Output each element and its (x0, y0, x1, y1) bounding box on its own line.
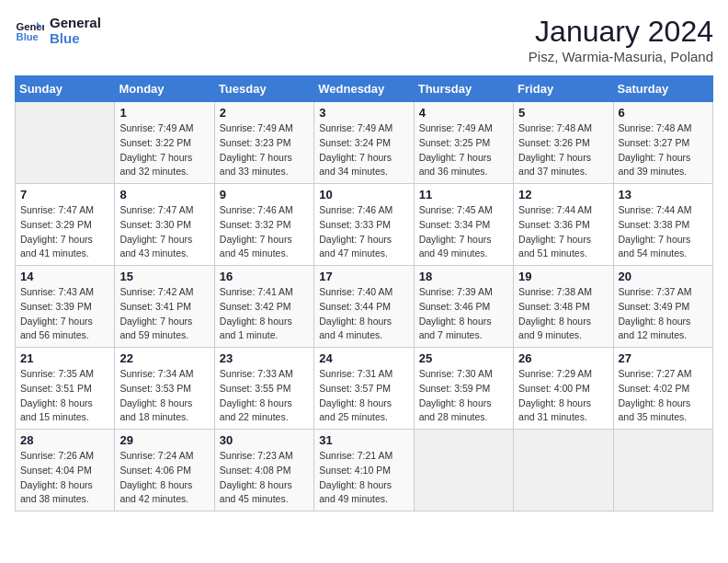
calendar-cell: 17Sunrise: 7:40 AMSunset: 3:44 PMDayligh… (314, 266, 414, 348)
calendar-cell (514, 430, 613, 511)
calendar-cell (613, 430, 712, 511)
day-number: 17 (319, 270, 408, 283)
day-number: 1 (119, 106, 209, 120)
week-row-2: 7Sunrise: 7:47 AMSunset: 3:29 PMDaylight… (16, 184, 713, 266)
day-number: 27 (619, 351, 708, 365)
calendar-cell: 8Sunrise: 7:47 AMSunset: 3:30 PMDaylight… (115, 184, 214, 266)
day-info: Sunrise: 7:46 AMSunset: 3:32 PMDaylight:… (220, 203, 309, 261)
day-info: Sunrise: 7:45 AMSunset: 3:34 PMDaylight:… (419, 203, 508, 261)
day-info: Sunrise: 7:35 AMSunset: 3:51 PMDaylight:… (20, 367, 109, 425)
day-info: Sunrise: 7:49 AMSunset: 3:22 PMDaylight:… (119, 121, 209, 179)
week-row-4: 21Sunrise: 7:35 AMSunset: 3:51 PMDayligh… (16, 348, 713, 430)
calendar-cell: 16Sunrise: 7:41 AMSunset: 3:42 PMDayligh… (214, 266, 313, 348)
calendar-cell: 31Sunrise: 7:21 AMSunset: 4:10 PMDayligh… (314, 430, 414, 511)
calendar-cell: 21Sunrise: 7:35 AMSunset: 3:51 PMDayligh… (16, 348, 115, 430)
day-number: 11 (419, 188, 508, 201)
calendar-cell: 7Sunrise: 7:47 AMSunset: 3:29 PMDaylight… (16, 184, 115, 266)
week-row-3: 14Sunrise: 7:43 AMSunset: 3:39 PMDayligh… (16, 266, 713, 348)
day-info: Sunrise: 7:33 AMSunset: 3:55 PMDaylight:… (220, 367, 309, 425)
day-info: Sunrise: 7:40 AMSunset: 3:44 PMDaylight:… (319, 285, 408, 343)
day-number: 8 (119, 188, 209, 201)
logo-blue: Blue (50, 30, 101, 46)
day-number: 7 (20, 188, 109, 201)
day-number: 24 (319, 351, 408, 365)
weekday-header-wednesday: Wednesday (314, 76, 414, 102)
weekday-header-saturday: Saturday (613, 76, 712, 102)
day-info: Sunrise: 7:23 AMSunset: 4:08 PMDaylight:… (220, 449, 309, 507)
calendar-cell (16, 102, 115, 184)
day-number: 25 (419, 351, 508, 365)
day-number: 2 (220, 106, 309, 120)
day-info: Sunrise: 7:46 AMSunset: 3:33 PMDaylight:… (319, 203, 408, 261)
title-block: January 2024 Pisz, Warmia-Masuria, Polan… (529, 15, 713, 64)
logo-general: General (50, 15, 101, 30)
day-info: Sunrise: 7:42 AMSunset: 3:41 PMDaylight:… (119, 285, 209, 343)
day-info: Sunrise: 7:31 AMSunset: 3:57 PMDaylight:… (319, 367, 408, 425)
calendar-cell: 20Sunrise: 7:37 AMSunset: 3:49 PMDayligh… (613, 266, 712, 348)
day-number: 9 (220, 188, 309, 201)
day-info: Sunrise: 7:38 AMSunset: 3:48 PMDaylight:… (518, 285, 608, 343)
calendar-cell: 10Sunrise: 7:46 AMSunset: 3:33 PMDayligh… (314, 184, 414, 266)
calendar-cell: 30Sunrise: 7:23 AMSunset: 4:08 PMDayligh… (214, 430, 313, 511)
day-info: Sunrise: 7:48 AMSunset: 3:26 PMDaylight:… (518, 121, 608, 179)
calendar-cell: 23Sunrise: 7:33 AMSunset: 3:55 PMDayligh… (214, 348, 313, 430)
week-row-5: 28Sunrise: 7:26 AMSunset: 4:04 PMDayligh… (16, 430, 713, 511)
weekday-header-sunday: Sunday (16, 76, 115, 102)
calendar-cell: 22Sunrise: 7:34 AMSunset: 3:53 PMDayligh… (115, 348, 214, 430)
calendar-cell: 28Sunrise: 7:26 AMSunset: 4:04 PMDayligh… (16, 430, 115, 511)
day-info: Sunrise: 7:24 AMSunset: 4:06 PMDaylight:… (119, 449, 209, 507)
day-number: 6 (619, 106, 708, 120)
day-info: Sunrise: 7:34 AMSunset: 3:53 PMDaylight:… (119, 367, 209, 425)
day-number: 13 (619, 188, 708, 201)
calendar-cell: 6Sunrise: 7:48 AMSunset: 3:27 PMDaylight… (613, 102, 712, 184)
day-info: Sunrise: 7:30 AMSunset: 3:59 PMDaylight:… (419, 367, 508, 425)
day-number: 22 (119, 351, 209, 365)
logo: General Blue General Blue (15, 15, 101, 46)
day-number: 31 (319, 433, 408, 447)
day-number: 23 (220, 351, 309, 365)
day-info: Sunrise: 7:27 AMSunset: 4:02 PMDaylight:… (619, 367, 708, 425)
calendar-cell: 5Sunrise: 7:48 AMSunset: 3:26 PMDaylight… (514, 102, 613, 184)
calendar-cell (414, 430, 513, 511)
day-info: Sunrise: 7:41 AMSunset: 3:42 PMDaylight:… (220, 285, 309, 343)
day-number: 19 (518, 270, 608, 283)
calendar-cell: 2Sunrise: 7:49 AMSunset: 3:23 PMDaylight… (214, 102, 313, 184)
day-number: 12 (518, 188, 608, 201)
calendar-cell: 13Sunrise: 7:44 AMSunset: 3:38 PMDayligh… (613, 184, 712, 266)
calendar-cell: 11Sunrise: 7:45 AMSunset: 3:34 PMDayligh… (414, 184, 513, 266)
day-info: Sunrise: 7:49 AMSunset: 3:24 PMDaylight:… (319, 121, 408, 179)
day-number: 10 (319, 188, 408, 201)
weekday-header-tuesday: Tuesday (214, 76, 313, 102)
calendar-cell: 12Sunrise: 7:44 AMSunset: 3:36 PMDayligh… (514, 184, 613, 266)
weekday-header-thursday: Thursday (414, 76, 513, 102)
day-number: 14 (20, 270, 109, 283)
calendar-cell: 3Sunrise: 7:49 AMSunset: 3:24 PMDaylight… (314, 102, 414, 184)
day-number: 3 (319, 106, 408, 120)
day-info: Sunrise: 7:49 AMSunset: 3:23 PMDaylight:… (220, 121, 309, 179)
calendar-cell: 27Sunrise: 7:27 AMSunset: 4:02 PMDayligh… (613, 348, 712, 430)
weekday-header-row: SundayMondayTuesdayWednesdayThursdayFrid… (16, 76, 713, 102)
day-number: 21 (20, 351, 109, 365)
day-number: 16 (220, 270, 309, 283)
day-info: Sunrise: 7:37 AMSunset: 3:49 PMDaylight:… (619, 285, 708, 343)
day-number: 29 (119, 433, 209, 447)
day-info: Sunrise: 7:47 AMSunset: 3:30 PMDaylight:… (119, 203, 209, 261)
day-info: Sunrise: 7:26 AMSunset: 4:04 PMDaylight:… (20, 449, 109, 507)
calendar-cell: 4Sunrise: 7:49 AMSunset: 3:25 PMDaylight… (414, 102, 513, 184)
day-number: 26 (518, 351, 608, 365)
day-info: Sunrise: 7:29 AMSunset: 4:00 PMDaylight:… (518, 367, 608, 425)
svg-text:Blue: Blue (17, 31, 39, 42)
calendar-cell: 19Sunrise: 7:38 AMSunset: 3:48 PMDayligh… (514, 266, 613, 348)
day-number: 15 (119, 270, 209, 283)
logo-icon: General Blue (15, 16, 44, 45)
calendar-cell: 29Sunrise: 7:24 AMSunset: 4:06 PMDayligh… (115, 430, 214, 511)
day-number: 28 (20, 433, 109, 447)
calendar-cell: 1Sunrise: 7:49 AMSunset: 3:22 PMDaylight… (115, 102, 214, 184)
calendar-cell: 18Sunrise: 7:39 AMSunset: 3:46 PMDayligh… (414, 266, 513, 348)
day-info: Sunrise: 7:39 AMSunset: 3:46 PMDaylight:… (419, 285, 508, 343)
day-info: Sunrise: 7:44 AMSunset: 3:36 PMDaylight:… (518, 203, 608, 261)
weekday-header-friday: Friday (514, 76, 613, 102)
day-info: Sunrise: 7:49 AMSunset: 3:25 PMDaylight:… (419, 121, 508, 179)
day-info: Sunrise: 7:44 AMSunset: 3:38 PMDaylight:… (619, 203, 708, 261)
calendar-cell: 25Sunrise: 7:30 AMSunset: 3:59 PMDayligh… (414, 348, 513, 430)
